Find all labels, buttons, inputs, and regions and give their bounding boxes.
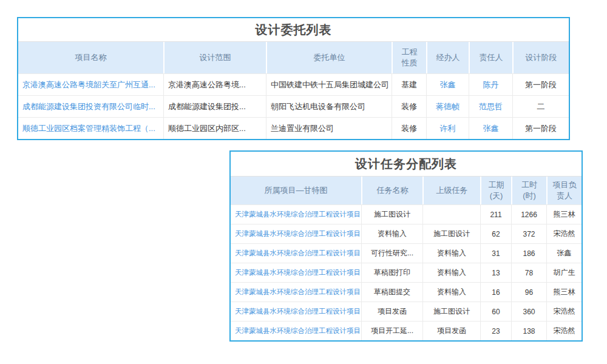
project-nature-cell: 装修 [392, 118, 426, 139]
duration-days-cell: 31 [480, 244, 511, 263]
project-gantt-link[interactable]: 天津蒙城县水环境综合治理工程设计项目 [231, 263, 361, 282]
project-manager-cell: 熊三林 [546, 205, 582, 224]
duration-days-cell: 13 [480, 263, 511, 282]
column-header-work-hours: 工时 (时) [511, 177, 546, 204]
task-name-cell: 项目发函 [361, 302, 422, 321]
table-row: 顺德工业园区档案管理精装饰工程（... 顺德工业园区内部区... 兰迪置业有限公… [18, 117, 569, 139]
project-gantt-link[interactable]: 天津蒙城县水环境综合治理工程设计项目 [231, 244, 361, 263]
task-name-cell: 草稿图提交 [361, 283, 422, 302]
parent-task-cell: 施工图设计 [422, 302, 480, 321]
design-scope-cell: 顺德工业园区内部区... [163, 118, 266, 139]
column-header-project-nature: 工程 性质 [392, 42, 426, 73]
project-manager-cell: 宋浩然 [546, 302, 582, 321]
table-row: 成都能源建设集团投资有限公司临时... 成都能源建设集团投... 朝阳飞达机电设… [18, 95, 569, 117]
project-manager-cell: 宋浩然 [546, 224, 582, 243]
commission-table-title: 设计委托列表 [18, 18, 569, 41]
project-gantt-link[interactable]: 天津蒙城县水环境综合治理工程设计项目 [231, 224, 361, 243]
project-manager-cell: 宋浩然 [546, 322, 582, 340]
project-gantt-link[interactable]: 天津蒙城县水环境综合治理工程设计项目 [231, 205, 361, 224]
column-header-parent-project-gantt: 所属项目—甘特图 [231, 177, 361, 204]
table-row: 天津蒙城县水环境综合治理工程设计项目 施工图设计 211 1266 熊三林 [231, 204, 582, 224]
column-header-owner: 责任人 [469, 42, 512, 73]
client-unit-cell: 中国铁建中铁十五局集团城建公司 [266, 74, 392, 95]
task-name-cell: 施工图设计 [361, 205, 422, 224]
column-header-handler: 经办人 [426, 42, 469, 73]
work-hours-cell: 372 [511, 224, 546, 243]
handler-link[interactable]: 蒋德帧 [426, 96, 469, 117]
commission-header-row: 项目名称 设计范围 委托单位 工程 性质 经办人 责任人 设计阶段 [18, 41, 569, 73]
project-name-link[interactable]: 成都能源建设集团投资有限公司临时... [18, 96, 163, 117]
column-header-task-name: 任务名称 [361, 177, 422, 204]
project-name-link[interactable]: 顺德工业园区档案管理精装饰工程（... [18, 118, 163, 139]
work-hours-cell: 138 [511, 322, 546, 340]
task-name-cell: 资料输入 [361, 224, 422, 243]
design-phase-cell: 第一阶段 [512, 74, 569, 95]
owner-link[interactable]: 陈丹 [469, 74, 512, 95]
table-row: 天津蒙城县水环境综合治理工程设计项目 草稿图打印 资料输入 13 78 胡广生 [231, 263, 582, 282]
project-gantt-link[interactable]: 天津蒙城县水环境综合治理工程设计项目 [231, 322, 361, 340]
design-phase-cell: 第一阶段 [512, 118, 569, 139]
table-row: 京港澳高速公路粤境韶关至广州互通... 京港澳高速公路粤境... 中国铁建中铁十… [18, 73, 569, 95]
project-manager-cell: 张鑫 [546, 244, 582, 263]
work-hours-cell: 1266 [511, 205, 546, 224]
client-unit-cell: 兰迪置业有限公司 [266, 118, 392, 139]
task-name-cell: 可行性研究... [361, 244, 422, 263]
table-row: 天津蒙城县水环境综合治理工程设计项目 可行性研究... 资料输入 31 186 … [231, 243, 582, 263]
column-header-client-unit: 委托单位 [266, 42, 392, 73]
project-name-link[interactable]: 京港澳高速公路粤境韶关至广州互通... [18, 74, 163, 95]
owner-link[interactable]: 范思哲 [469, 96, 512, 117]
column-header-project-manager: 项目负 责人 [546, 177, 582, 204]
work-hours-cell: 186 [511, 244, 546, 263]
task-name-cell: 草稿图打印 [361, 263, 422, 282]
duration-days-cell: 16 [480, 283, 511, 302]
table-row: 天津蒙城县水环境综合治理工程设计项目 草稿图提交 资料输入 16 96 熊三林 [231, 282, 582, 302]
design-commission-table: 设计委托列表 项目名称 设计范围 委托单位 工程 性质 经办人 责任人 设计阶段… [17, 17, 570, 140]
duration-days-cell: 211 [480, 205, 511, 224]
table-row: 天津蒙城县水环境综合治理工程设计项目 资料输入 施工图设计 62 372 宋浩然 [231, 224, 582, 243]
table-row: 天津蒙城县水环境综合治理工程设计项目 项目发函 施工图设计 60 360 宋浩然 [231, 302, 582, 321]
task-header-row: 所属项目—甘特图 任务名称 上级任务 工期 (天) 工时 (时) 项目负 责人 [231, 176, 582, 204]
table-row: 天津蒙城县水环境综合治理工程设计项目 项目开工延... 项目发函 23 138 … [231, 321, 582, 340]
work-hours-cell: 360 [511, 302, 546, 321]
handler-link[interactable]: 许利 [426, 118, 469, 139]
column-header-duration-days: 工期 (天) [480, 177, 511, 204]
project-nature-cell: 基建 [392, 74, 426, 95]
project-nature-cell: 装修 [392, 96, 426, 117]
client-unit-cell: 朝阳飞达机电设备有限公司 [266, 96, 392, 117]
parent-task-cell [422, 205, 480, 224]
task-table-title: 设计任务分配列表 [231, 152, 582, 176]
task-name-cell: 项目开工延... [361, 322, 422, 340]
parent-task-cell: 施工图设计 [422, 224, 480, 243]
design-scope-cell: 成都能源建设集团投... [163, 96, 266, 117]
parent-task-cell: 资料输入 [422, 244, 480, 263]
project-gantt-link[interactable]: 天津蒙城县水环境综合治理工程设计项目 [231, 283, 361, 302]
owner-link[interactable]: 张鑫 [469, 118, 512, 139]
duration-days-cell: 62 [480, 224, 511, 243]
column-header-parent-task: 上级任务 [422, 177, 480, 204]
design-phase-cell: 二 [512, 96, 569, 117]
design-scope-cell: 京港澳高速公路粤境... [163, 74, 266, 95]
work-hours-cell: 96 [511, 283, 546, 302]
duration-days-cell: 60 [480, 302, 511, 321]
column-header-design-scope: 设计范围 [163, 42, 266, 73]
project-manager-cell: 胡广生 [546, 263, 582, 282]
design-task-assignment-table: 设计任务分配列表 所属项目—甘特图 任务名称 上级任务 工期 (天) 工时 (时… [229, 150, 583, 342]
project-gantt-link[interactable]: 天津蒙城县水环境综合治理工程设计项目 [231, 302, 361, 321]
handler-link[interactable]: 张鑫 [426, 74, 469, 95]
work-hours-cell: 78 [511, 263, 546, 282]
parent-task-cell: 资料输入 [422, 283, 480, 302]
parent-task-cell: 项目发函 [422, 322, 480, 340]
parent-task-cell: 资料输入 [422, 263, 480, 282]
column-header-project-name: 项目名称 [18, 42, 163, 73]
column-header-design-phase: 设计阶段 [512, 42, 569, 73]
project-manager-cell: 熊三林 [546, 283, 582, 302]
duration-days-cell: 23 [480, 322, 511, 340]
